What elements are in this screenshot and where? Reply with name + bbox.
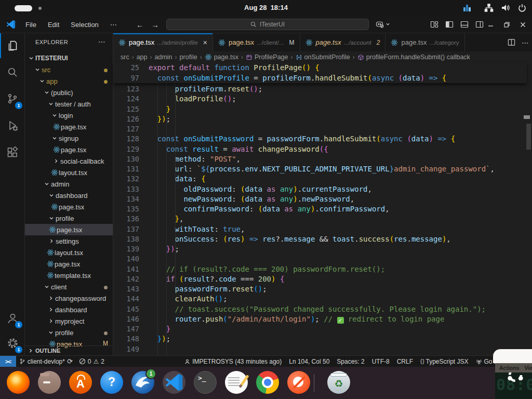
tree-item-settings[interactable]: settings bbox=[25, 235, 113, 247]
branch-status[interactable]: client-devlop* ⟳ bbox=[16, 356, 76, 367]
search-view-button[interactable] bbox=[0, 60, 25, 85]
breadcrumb-label: app bbox=[137, 54, 148, 61]
tree-item-page.tsx[interactable]: page.tsx bbox=[25, 201, 113, 212]
breadcrumb-item[interactable]: src bbox=[121, 54, 129, 61]
breadcrumb-item[interactable]: page.tsx bbox=[205, 54, 238, 61]
tree-item-changepassword[interactable]: changepassword bbox=[25, 292, 113, 304]
explorer-more-actions-icon[interactable]: ⋯ bbox=[98, 37, 105, 46]
tree-item-tester-auth[interactable]: tester / auth bbox=[25, 98, 113, 110]
power-icon[interactable] bbox=[517, 3, 527, 12]
vscode-logo-icon[interactable] bbox=[6, 20, 16, 29]
cursor-position-status[interactable]: Ln 104, Col 50 bbox=[285, 356, 333, 367]
dock-app-trash[interactable] bbox=[327, 370, 351, 394]
dock-app-text-editor[interactable] bbox=[224, 370, 248, 394]
ubuntu-spinner-icon bbox=[506, 373, 525, 385]
outline-section-header[interactable]: OUTLINE bbox=[25, 345, 113, 355]
system-monitor-icon[interactable] bbox=[462, 3, 472, 12]
language-status[interactable]: { } TypeScript JSX bbox=[417, 356, 472, 367]
system-clock[interactable]: Aug 28 18:14 bbox=[0, 0, 532, 16]
toggle-secondary-sidebar-icon[interactable] bbox=[475, 20, 484, 29]
terminal-icon bbox=[194, 371, 217, 394]
menu-[interactable]: ⋯ bbox=[105, 19, 122, 30]
overlay-menu-vie[interactable]: Vie bbox=[525, 365, 532, 371]
tab-4-page.tsx[interactable]: page.tsx.../category bbox=[385, 33, 464, 51]
tree-item-social-callback[interactable]: social-callback bbox=[25, 155, 113, 167]
dock-app-ubuntu-software[interactable] bbox=[69, 370, 92, 394]
eol-status[interactable]: CRLF bbox=[393, 356, 417, 367]
tree-item-myproject[interactable]: myproject bbox=[25, 315, 113, 327]
overlay-window[interactable]: ActionsVie 08:08 bbox=[493, 349, 532, 399]
dock-app-files[interactable] bbox=[37, 370, 61, 394]
run-debug-view-button[interactable] bbox=[0, 113, 25, 138]
tree-item-dashboard[interactable]: dashboard bbox=[25, 304, 113, 315]
dock-app-help[interactable] bbox=[100, 370, 124, 394]
dock-app-postman[interactable] bbox=[287, 370, 311, 394]
accounts-button[interactable]: 1 bbox=[0, 305, 25, 330]
dock-app-chrome[interactable] bbox=[256, 370, 280, 394]
tree-item-layout.tsx[interactable]: layout.tsx bbox=[25, 167, 113, 178]
tree-item-profile[interactable]: profile bbox=[25, 327, 113, 338]
encoding-status[interactable]: UTF-8 bbox=[368, 356, 393, 367]
tree-item-ITESTERUI[interactable]: ITESTERUI bbox=[25, 52, 113, 64]
nav-back-icon[interactable]: ← bbox=[136, 20, 144, 29]
dock-app-terminal[interactable] bbox=[193, 370, 217, 394]
overlay-titlebar[interactable] bbox=[493, 349, 532, 363]
tree-item-admin[interactable]: admin bbox=[25, 178, 113, 190]
tree-item--public-[interactable]: (public) bbox=[25, 87, 113, 98]
tree-item-dashboard[interactable]: dashboard bbox=[25, 190, 113, 201]
sticky-scroll[interactable]: 25export default function ProfilePage() … bbox=[113, 63, 527, 83]
split-editor-icon[interactable] bbox=[508, 38, 515, 46]
explorer-view-button[interactable] bbox=[0, 33, 25, 58]
breadcrumb-item[interactable]: app bbox=[137, 54, 148, 61]
menu-file[interactable]: File bbox=[21, 19, 41, 30]
tree-item-template.tsx[interactable]: template.tsx bbox=[25, 270, 113, 281]
volume-icon[interactable] bbox=[501, 3, 510, 12]
tab-2-page.tsx[interactable]: page.tsx.../client/...M bbox=[213, 33, 300, 51]
settings-button[interactable]: 1 bbox=[0, 330, 25, 355]
source-control-view-button[interactable]: 1 bbox=[0, 86, 25, 111]
breadcrumb-item[interactable]: profile bbox=[180, 54, 197, 61]
accounts-badge: 1 bbox=[15, 321, 22, 328]
tree-item-page.tsx[interactable]: page.tsx bbox=[25, 258, 113, 270]
tree-item-page.tsx[interactable]: page.tsx bbox=[25, 121, 113, 132]
tree-item-app[interactable]: app bbox=[25, 75, 113, 87]
tree-item-layout.tsx[interactable]: layout.tsx bbox=[25, 247, 113, 258]
editor-scrollbar[interactable] bbox=[526, 124, 531, 150]
tree-item-profile[interactable]: profile bbox=[25, 212, 113, 224]
nav-forward-icon[interactable]: → bbox=[151, 20, 159, 29]
tree-item-src[interactable]: src bbox=[25, 64, 113, 75]
toggle-panel-icon[interactable] bbox=[460, 20, 469, 29]
tree-item-signup[interactable]: signup bbox=[25, 132, 113, 144]
breadcrumb-item[interactable]: profileForm.handleSubmit() callback bbox=[357, 54, 470, 61]
dock-app-thunderbird[interactable]: 1 bbox=[131, 370, 155, 394]
menu-edit[interactable]: Edit bbox=[43, 19, 64, 30]
breadcrumb-item[interactable]: ProfilePage bbox=[246, 54, 288, 61]
dock-app-vscode[interactable] bbox=[162, 370, 186, 394]
command-center-search[interactable]: ITesterUI bbox=[166, 19, 369, 30]
overlay-menu-actions[interactable]: Actions bbox=[499, 365, 520, 371]
indentation-status[interactable]: Spaces: 2 bbox=[333, 356, 368, 367]
restore-button[interactable] bbox=[503, 21, 510, 28]
breadcrumb-item[interactable]: onSubmitProfile bbox=[296, 54, 350, 61]
dock-app-firefox[interactable] bbox=[6, 370, 30, 394]
tab-3-page.tsx[interactable]: page.tsx.../account2 bbox=[300, 33, 386, 51]
toggle-sidebar-icon[interactable] bbox=[445, 20, 454, 29]
copilot-menu[interactable] bbox=[375, 20, 390, 29]
minimize-button[interactable] bbox=[487, 21, 494, 28]
scm-provider-status[interactable]: IMPETROSYS (43 minutes ago) bbox=[181, 356, 285, 367]
network-icon[interactable] bbox=[484, 3, 494, 12]
close-window-button[interactable] bbox=[520, 21, 526, 28]
menu-selection[interactable]: Selection bbox=[66, 19, 103, 30]
tree-item-client[interactable]: client bbox=[25, 281, 113, 292]
problems-status[interactable]: 0 ⚠ 2 bbox=[76, 356, 108, 367]
remote-indicator[interactable]: >< bbox=[0, 356, 16, 367]
breadcrumb-item[interactable]: admin bbox=[155, 54, 172, 61]
customize-layout-icon[interactable] bbox=[430, 20, 438, 29]
tree-item-login[interactable]: login bbox=[25, 110, 113, 121]
close-tab-icon[interactable]: × bbox=[203, 38, 207, 47]
extensions-view-button[interactable] bbox=[0, 140, 25, 165]
tab-1-page.tsx[interactable]: page.tsx.../admin/profile× bbox=[113, 33, 213, 51]
tree-item-page.tsx[interactable]: page.tsx bbox=[25, 144, 113, 155]
tree-item-page.tsx[interactable]: page.tsx bbox=[25, 224, 113, 235]
editor-more-actions-icon[interactable]: ⋯ bbox=[522, 38, 529, 47]
